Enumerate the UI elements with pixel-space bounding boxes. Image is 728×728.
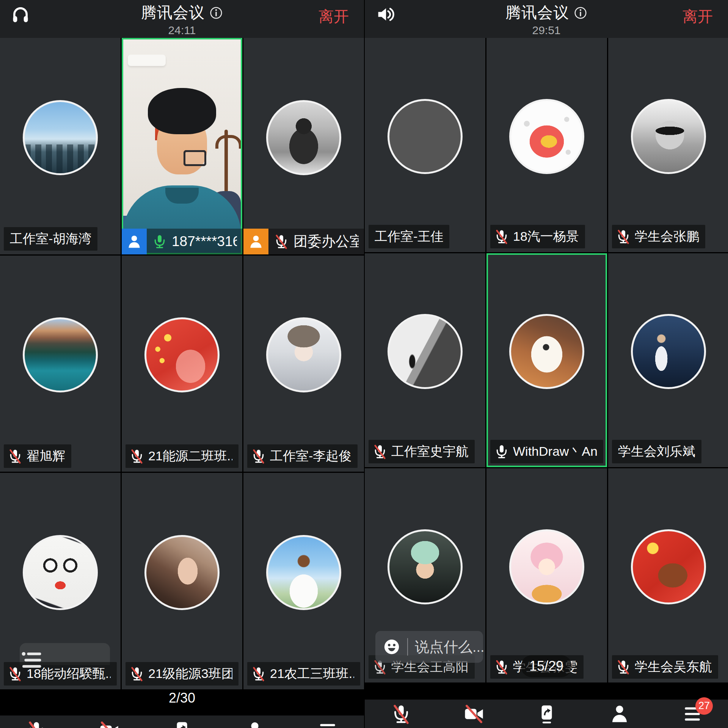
role-badge-blue (122, 229, 147, 254)
active-speaker-tile[interactable]: WithDraw丶Ant (486, 253, 607, 468)
page-indicator-pill: 15/29 (521, 655, 572, 677)
toolbar-share-button[interactable] (167, 720, 197, 728)
role-badge-orange (243, 229, 268, 254)
meeting-timer: 24:11 (0, 24, 364, 37)
participant-nameplate: 翟旭辉 (4, 444, 71, 468)
toolbar-more-button[interactable]: 27 (677, 703, 708, 725)
participant-tile[interactable]: 18能动绍騤甄... (0, 473, 121, 689)
mic-status-icon (616, 659, 631, 675)
meeting-title-block: 腾讯会议 24:11 (0, 2, 364, 37)
active-speaker-video-tile[interactable]: 187****3160 (122, 38, 242, 254)
participant-nameplate: 工作室-李起俊 (247, 444, 358, 468)
mic-status-icon (251, 665, 266, 682)
toolbar-camera-button[interactable] (94, 720, 124, 728)
participant-tile[interactable]: 工作室史宇航 (365, 253, 485, 468)
participant-tile[interactable]: 工作室-王佳 (365, 38, 485, 252)
participant-nameplate: 工作室-胡海湾 (4, 227, 97, 251)
mic-status-icon (494, 659, 509, 675)
participant-nameplate: 工作室史宇航 (369, 440, 475, 463)
page-indicator: 2/30 (169, 690, 195, 706)
camera-off-icon (464, 704, 484, 724)
mic-status-icon (129, 665, 144, 682)
mic-status-icon (372, 443, 388, 460)
camera-off-icon (99, 720, 119, 728)
participants-grid: 工作室-胡海湾 (0, 38, 364, 689)
mic-status-icon (616, 228, 631, 245)
participant-name: 21级能源3班团... (148, 665, 232, 682)
participant-tile[interactable]: 工作室-胡海湾 (0, 38, 121, 254)
participant-nameplate: 18汽一杨景 (490, 225, 585, 248)
info-icon[interactable] (574, 6, 587, 20)
leave-button[interactable]: 离开 (318, 6, 349, 27)
participant-tile[interactable]: 18汽一杨景 (486, 38, 607, 252)
participant-tile[interactable]: 21级能源3班团... (122, 473, 242, 689)
avatar (388, 99, 463, 174)
participant-tile[interactable]: 团委办公室... (243, 38, 364, 254)
toolbar-mic-button[interactable] (21, 720, 52, 728)
input-divider (407, 638, 408, 656)
meeting-title-block: 腾讯会议 29:51 (365, 2, 728, 37)
dual-meeting-screenshot: 腾讯会议 24:11 离开 工作室-胡海湾 (0, 0, 728, 728)
participant-tile[interactable]: 说点什么... 学生会王高阳 (365, 468, 485, 682)
participant-nameplate: 21能源二班班... (126, 444, 238, 468)
meeting-screen-right: 腾讯会议 29:51 离开 工作室-王佳 18汽一杨景 (364, 0, 728, 728)
toolbar-participants-button[interactable] (604, 703, 635, 725)
participant-tile[interactable]: 21农工三班班... (243, 473, 364, 689)
toolbar-mic-button[interactable] (386, 703, 416, 725)
list-icon (19, 648, 44, 673)
participant-name: 学生会刘乐斌 (618, 443, 695, 460)
share-screen-icon (537, 704, 557, 724)
mic-status-icon (494, 228, 509, 245)
participant-nameplate: 21级能源3班团... (126, 662, 238, 686)
emoji-icon[interactable] (383, 638, 400, 656)
info-icon[interactable] (209, 6, 223, 20)
avatar (144, 535, 220, 610)
toolbar-more-button[interactable] (312, 720, 343, 728)
participant-name: 21农工三班班... (270, 665, 354, 682)
participant-name: 学生会张鹏 (635, 228, 699, 245)
avatar (266, 535, 341, 610)
bottom-toolbar (0, 715, 364, 728)
chat-input[interactable]: 说点什么... (375, 631, 483, 663)
toolbar-share-button[interactable] (532, 703, 562, 725)
avatar (23, 100, 98, 175)
participant-tile[interactable]: 工作室-李起俊 (243, 256, 364, 472)
avatar (631, 314, 706, 389)
participant-tile[interactable]: 学生会张鹏 (608, 38, 728, 252)
more-icon (317, 720, 338, 728)
participant-nameplate: 学生会吴东航 (612, 655, 718, 679)
app-title: 腾讯会议 (141, 2, 205, 23)
person-hair-shape (148, 88, 216, 134)
live-video-preview (123, 39, 241, 253)
mic-status-icon (251, 448, 266, 464)
toolbar-camera-button[interactable] (459, 703, 489, 725)
toolbar-participants-button[interactable] (240, 720, 270, 728)
participant-nameplate: 工作室-王佳 (369, 225, 449, 248)
participant-nameplate: 学生会张鹏 (612, 225, 705, 248)
participant-name: 工作室史宇航 (391, 443, 469, 460)
avatar (144, 317, 220, 392)
avatar (266, 100, 341, 175)
participant-nameplate: 187****3160 (122, 229, 242, 254)
leave-button[interactable]: 离开 (682, 6, 713, 27)
avatar (509, 314, 584, 389)
participant-tile[interactable]: 21能源二班班... (122, 256, 242, 472)
meeting-timer: 29:51 (365, 24, 728, 37)
person-icon (248, 233, 264, 250)
participants-grid: 工作室-王佳 18汽一杨景 学生会张鹏 (365, 38, 728, 682)
avatar (23, 317, 98, 392)
mic-status-icon (129, 448, 144, 464)
mic-off-icon (26, 720, 47, 728)
bottom-toolbar: 27 (365, 700, 728, 728)
participants-icon (609, 704, 630, 724)
avatar (388, 314, 463, 389)
participant-name: 187****3160 (172, 234, 237, 249)
top-bar: 腾讯会议 24:11 离开 (0, 0, 364, 38)
bottom-black-band (365, 682, 728, 700)
participant-tile[interactable]: 学生会刘乐斌 (608, 253, 728, 468)
participant-nameplate: 团委办公室... (243, 229, 364, 254)
participant-tile[interactable]: 翟旭辉 (0, 256, 121, 472)
avatar (631, 529, 706, 604)
participant-tile[interactable]: 学生会吴东航 (608, 468, 728, 682)
participant-tile[interactable]: 学生会张雯 (486, 468, 607, 682)
